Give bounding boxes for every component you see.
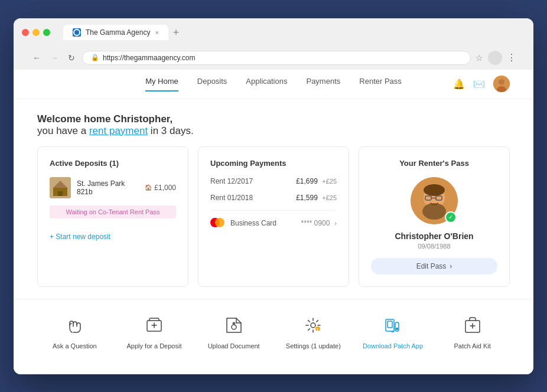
settings-icon: 1	[304, 316, 323, 338]
svg-point-15	[232, 325, 236, 329]
browser-window: The Gamma Agency × + ← → ↻ 🔒 https://the…	[14, 18, 533, 374]
settings-label: Settings (1 update)	[286, 342, 341, 349]
apply-deposit-icon	[145, 316, 164, 338]
start-deposit-link[interactable]: + Start new deposit	[50, 233, 110, 241]
property-name: St. James Park 821b	[77, 179, 139, 196]
patch-aid-kit-label: Patch Aid Kit	[454, 342, 490, 349]
edit-pass-btn[interactable]: Edit Pass ›	[371, 258, 497, 275]
renter-pass-title: Your Renter's Pass	[399, 159, 469, 168]
property-thumbnail	[50, 177, 71, 198]
welcome-section: Welcome home Christopher, you have a ren…	[14, 99, 533, 146]
svg-point-9	[422, 203, 446, 220]
payments-card: Upcoming Payments Rent 12/2017 £1,699 +£…	[198, 146, 349, 287]
nav-my-home[interactable]: My Home	[145, 77, 178, 92]
card-label: Business Card	[230, 219, 276, 227]
card-divider	[210, 210, 337, 211]
back-btn[interactable]: ←	[30, 52, 43, 64]
payment-amount-2: £1,599 +£25	[296, 194, 337, 202]
pass-name: Christopher O'Brien	[395, 231, 473, 241]
payment-row-1: Rent 12/2017 £1,699 +£25	[210, 177, 337, 185]
deposits-card-title: Active Deposits (1)	[50, 159, 176, 168]
page-content: My Home Deposits Applications Payments R…	[14, 70, 533, 374]
nav-deposits[interactable]: Deposits	[197, 77, 227, 92]
svg-text:1: 1	[317, 327, 319, 331]
apply-deposit-label: Apply for a Deposit	[127, 342, 182, 349]
tab-title: The Gamma Agency	[86, 28, 150, 37]
payment-amount-1: £1,699 +£25	[296, 177, 337, 185]
browser-menu-icon[interactable]: ⋮	[507, 52, 517, 63]
payments-card-title: Upcoming Payments	[210, 159, 337, 168]
payment-label-1: Rent 12/2017	[210, 177, 253, 185]
welcome-prefix: you have a	[37, 125, 89, 136]
svg-point-1	[499, 79, 504, 85]
action-apply-deposit[interactable]: Apply for a Deposit	[117, 306, 192, 355]
chevron-right-icon: ›	[334, 220, 337, 227]
dot-minimize[interactable]	[32, 29, 40, 36]
rent-payment-link[interactable]: rent payment	[89, 125, 148, 136]
action-patch-aid-kit[interactable]: Patch Aid Kit	[435, 306, 510, 355]
download-patch-label: Download Patch App	[363, 342, 423, 349]
mastercard-icon	[210, 218, 226, 228]
house-icon: 🏠	[145, 184, 152, 191]
svg-point-10	[424, 184, 445, 196]
amount-value: £1,000	[154, 184, 176, 192]
notifications-icon[interactable]: 🔔	[453, 79, 465, 90]
user-avatar[interactable]	[493, 76, 510, 92]
url-text: https://thegammaagency.com	[103, 54, 196, 62]
action-download-patch[interactable]: Download Patch App	[356, 306, 431, 355]
forward-btn: →	[48, 52, 61, 64]
ask-question-icon	[65, 316, 84, 338]
welcome-line2: you have a rent payment in 3 days.	[37, 125, 510, 137]
deposit-item: St. James Park 821b 🏠 £1,000	[50, 177, 176, 198]
download-patch-icon	[383, 316, 402, 338]
dot-close[interactable]	[22, 29, 29, 36]
tab-bar: The Gamma Agency × +	[63, 24, 184, 41]
welcome-line1: Welcome home Christopher,	[37, 113, 510, 125]
nav-links: My Home Deposits Applications Payments R…	[145, 77, 402, 92]
cards-grid: Active Deposits (1) St. James Park 821b	[14, 146, 533, 299]
edit-pass-chevron: ›	[450, 262, 452, 270]
lock-icon: 🔒	[91, 54, 99, 61]
nav-icons: 🔔 ✉️	[453, 76, 510, 92]
welcome-text-bold: Welcome home Christopher,	[37, 113, 172, 125]
renter-pass-card: Your Renter's Pass	[359, 146, 510, 287]
dot-maximize[interactable]	[43, 29, 50, 36]
tab-close-btn[interactable]: ×	[155, 29, 158, 36]
nav-applications[interactable]: Applications	[246, 77, 287, 92]
payment-card-row[interactable]: Business Card **** 0900 ›	[210, 218, 337, 228]
action-ask-question[interactable]: Ask a Question	[37, 306, 112, 355]
refresh-btn[interactable]: ↻	[66, 52, 77, 64]
verified-badge: ✓	[445, 211, 457, 223]
svg-point-16	[311, 323, 315, 328]
patch-aid-kit-icon	[463, 316, 482, 338]
svg-point-21	[396, 328, 398, 329]
deposit-status-badge: Waiting on Co-Tenant Rent Pass	[50, 205, 176, 218]
active-tab[interactable]: The Gamma Agency ×	[63, 25, 168, 40]
messages-icon[interactable]: ✉️	[473, 79, 485, 90]
new-tab-btn[interactable]: +	[168, 24, 184, 41]
pass-avatar-wrap: ✓	[411, 177, 458, 224]
upload-document-label: Upload Document	[208, 342, 260, 349]
payment-row-2: Rent 01/2018 £1,599 +£25	[210, 194, 337, 202]
actions-grid: Ask a Question Apply for a Deposit	[14, 299, 533, 374]
action-settings[interactable]: 1 Settings (1 update)	[276, 306, 351, 355]
browser-profile[interactable]	[488, 51, 502, 65]
edit-pass-label: Edit Pass	[416, 262, 447, 270]
action-upload-document[interactable]: Upload Document	[196, 306, 271, 355]
payment-label-2: Rent 01/2018	[210, 194, 253, 202]
deposit-amount: 🏠 £1,000	[145, 184, 176, 192]
welcome-suffix: in 3 days.	[148, 125, 194, 136]
browser-controls: The Gamma Agency × +	[22, 24, 525, 41]
nav-renter-pass[interactable]: Renter Pass	[359, 77, 402, 92]
ask-question-label: Ask a Question	[53, 342, 97, 349]
browser-chrome: The Gamma Agency × + ← → ↻ 🔒 https://the…	[14, 18, 533, 70]
url-bar[interactable]: 🔒 https://thegammaagency.com	[82, 51, 471, 65]
upload-document-icon	[224, 316, 243, 338]
nav-payments[interactable]: Payments	[306, 77, 340, 92]
card-number: **** 0900	[301, 219, 330, 227]
svg-rect-6	[58, 191, 63, 196]
deposits-card: Active Deposits (1) St. James Park 821b	[37, 146, 188, 287]
svg-rect-20	[388, 321, 392, 328]
tab-favicon	[73, 28, 81, 37]
bookmark-icon[interactable]: ☆	[476, 53, 483, 63]
